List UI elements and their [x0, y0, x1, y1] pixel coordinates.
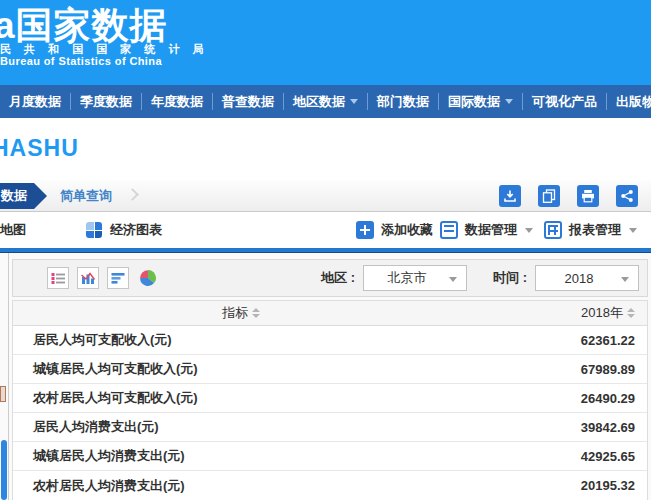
data-table: 居民人均可支配收入(元) 62361.22 城镇居民人均可支配收入(元) 679…	[12, 326, 648, 500]
table-row[interactable]: 居民人均可支配收入(元) 62361.22	[13, 326, 647, 355]
bar-chart-icon	[110, 270, 126, 286]
indicator-label: 农村居民人均可支配收入(元)	[13, 389, 581, 407]
nav-item-annual[interactable]: 年度数据	[141, 93, 212, 110]
breadcrumb-bar: 数据 简单查询	[0, 180, 651, 212]
search-section: HASHU 搜索 统 计 热 词 GDP CPI 总人口 社会消费品零售总额 粮…	[0, 118, 651, 180]
nav-item-quarterly[interactable]: 季度数据	[70, 93, 141, 110]
economic-map-tab[interactable]: 地图	[0, 212, 26, 248]
table-row[interactable]: 城镇居民人均可支配收入(元) 67989.89	[13, 355, 647, 384]
nav-item-visualization[interactable]: 可视化产品	[522, 93, 606, 110]
copy-button[interactable]	[538, 185, 560, 207]
bar-chart-view-button[interactable]	[107, 267, 129, 289]
time-select[interactable]: 2018	[535, 265, 639, 291]
time-value: 2018	[565, 271, 594, 286]
column-chart-view-button[interactable]	[77, 267, 99, 289]
nav-item-label: 可视化产品	[532, 93, 597, 110]
economic-charts-tab[interactable]: 经济图表	[86, 212, 162, 248]
chevron-down-icon	[525, 228, 533, 233]
report-manage-button[interactable]: 报表管理	[569, 221, 621, 239]
column-chart-icon	[80, 270, 96, 286]
economic-charts-label: 经济图表	[110, 221, 162, 239]
region-label: 地区 :	[321, 269, 355, 287]
filter-controls: 地区 : 北京市 时间 : 2018	[321, 260, 639, 296]
nav-item-regional[interactable]: 地区数据	[283, 93, 367, 110]
indicator-value: 20195.32	[581, 478, 647, 493]
list-view-button[interactable]	[47, 267, 69, 289]
print-icon	[581, 189, 595, 203]
table-row[interactable]: 居民人均消费支出(元) 39842.69	[13, 413, 647, 442]
left-scrollbar-thumb[interactable]	[1, 440, 7, 500]
list-lines-icon[interactable]	[440, 221, 458, 239]
nav-item-label: 出版物	[616, 93, 651, 110]
sort-icon[interactable]	[627, 308, 635, 318]
chevron-down-icon	[449, 277, 457, 282]
indicator-value: 62361.22	[581, 333, 647, 348]
logo-subtitle-en: Bureau of Statistics of China	[0, 55, 162, 67]
nav-item-label: 月度数据	[9, 93, 61, 110]
query-panel: 地区 : 北京市 时间 : 2018 指标 2018年	[12, 259, 648, 500]
nav-item-international[interactable]: 国际数据	[438, 93, 522, 110]
nav-item-label: 季度数据	[80, 93, 132, 110]
nav-item-label: 国际数据	[448, 93, 500, 110]
table-header: 指标 2018年	[12, 300, 648, 326]
nav-item-monthly[interactable]: 月度数据	[0, 93, 70, 110]
nav-item-label: 普查数据	[222, 93, 274, 110]
search-engine-logo: HASHU	[0, 135, 79, 162]
view-toolbar: 地区 : 北京市 时间 : 2018	[12, 259, 648, 297]
list-view-icon	[50, 270, 66, 286]
plus-icon[interactable]	[356, 221, 374, 239]
sub-toolbar: 地图 经济图表 添加收藏 数据管理 报表管理	[0, 212, 651, 248]
nav-item-label: 部门数据	[377, 93, 429, 110]
share-icon	[620, 189, 634, 203]
region-select[interactable]: 北京市	[363, 265, 467, 291]
indicator-label: 居民人均可支配收入(元)	[13, 331, 581, 349]
indicator-column-header[interactable]: 指标	[13, 304, 469, 322]
table-row[interactable]: 农村居民人均可支配收入(元) 26490.29	[13, 384, 647, 413]
year-column-header[interactable]: 2018年	[469, 304, 647, 322]
chevron-down-icon	[505, 99, 513, 104]
nav-item-department[interactable]: 部门数据	[367, 93, 438, 110]
nav-item-publications[interactable]: 出版物	[606, 93, 651, 110]
indicator-label: 城镇居民人均消费支出(元)	[13, 447, 581, 465]
indicator-value: 39842.69	[581, 420, 647, 435]
table-row[interactable]: 城镇居民人均消费支出(元) 42925.65	[13, 442, 647, 471]
sort-icon[interactable]	[252, 308, 260, 318]
print-button[interactable]	[577, 185, 599, 207]
download-button[interactable]	[499, 185, 521, 207]
data-manage-button[interactable]: 数据管理	[465, 221, 517, 239]
breadcrumb-current[interactable]: 简单查询	[60, 180, 112, 212]
share-button[interactable]	[616, 185, 638, 207]
indicator-label: 居民人均消费支出(元)	[13, 418, 581, 436]
panel-splitter[interactable]	[8, 253, 9, 500]
time-label: 时间 :	[493, 269, 527, 287]
nav-item-census[interactable]: 普查数据	[212, 93, 283, 110]
main-nav: 月度数据 季度数据 年度数据 普查数据 地区数据 部门数据 国际数据 可视化产品…	[0, 85, 651, 118]
indicator-value: 26490.29	[581, 391, 647, 406]
site-header: a国家数据 民 共 和 国 国 家 统 计 局 Bureau of Statis…	[0, 0, 651, 85]
download-icon	[503, 189, 517, 203]
chevron-down-icon	[621, 277, 629, 282]
active-data-tab[interactable]: 数据	[0, 183, 34, 209]
region-value: 北京市	[388, 269, 427, 287]
manage-actions: 添加收藏 数据管理 报表管理	[356, 212, 641, 248]
pie-chart-icon	[139, 269, 157, 287]
pie-chart-view-button[interactable]	[137, 267, 159, 289]
indicator-header-label: 指标	[222, 304, 248, 322]
splitter-collapse-handle[interactable]	[0, 386, 6, 402]
chevron-down-icon	[350, 99, 358, 104]
copy-icon	[542, 189, 556, 203]
nav-item-label: 年度数据	[151, 93, 203, 110]
indicator-label: 城镇居民人均可支配收入(元)	[13, 360, 581, 378]
chevron-right-icon	[126, 188, 139, 201]
indicator-value: 42925.65	[581, 449, 647, 464]
add-favorite-button[interactable]: 添加收藏	[381, 221, 433, 239]
grid-squares-icon	[86, 222, 102, 238]
table-row[interactable]: 农村居民人均消费支出(元) 20195.32	[13, 471, 647, 500]
main-content: 地区 : 北京市 时间 : 2018 指标 2018年	[0, 253, 651, 500]
chevron-down-icon	[629, 228, 637, 233]
action-buttons	[499, 185, 638, 207]
year-header-label: 2018年	[581, 304, 623, 322]
table-grid-icon[interactable]	[544, 221, 562, 239]
indicator-label: 农村居民人均消费支出(元)	[13, 477, 581, 495]
nav-item-label: 地区数据	[293, 93, 345, 110]
